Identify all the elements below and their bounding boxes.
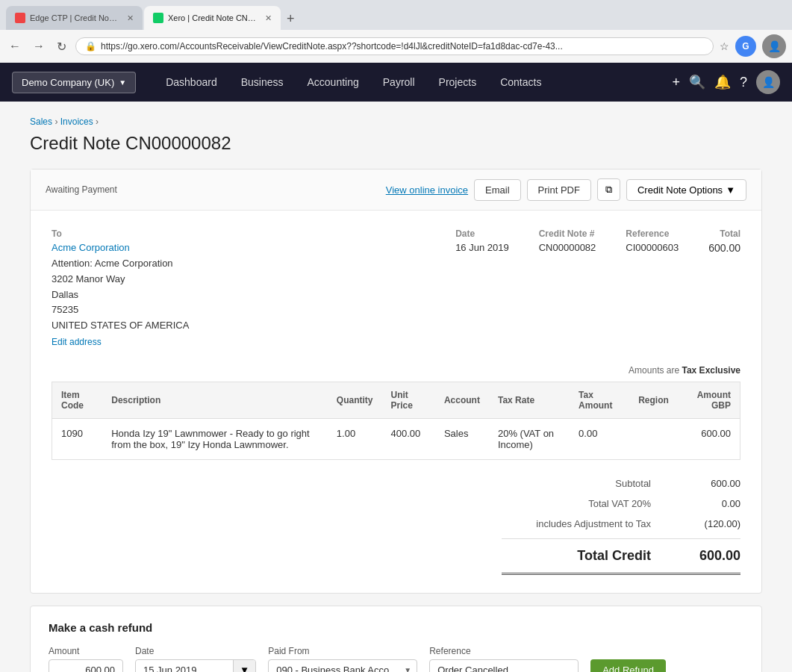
client-name-link[interactable]: Acme Corporation — [52, 242, 130, 253]
cell-amount: 600.00 — [678, 418, 740, 459]
address-bar[interactable]: 🔒 https://go.xero.com/AccountsReceivable… — [75, 37, 714, 55]
nav-links: Dashboard Business Accounting Payroll Pr… — [154, 63, 672, 102]
nav-accounting[interactable]: Accounting — [295, 63, 370, 102]
invoice-content: To Acme Corporation Attention: Acme Corp… — [31, 211, 761, 593]
breadcrumb-sep2: › — [96, 116, 99, 127]
reference-field-group: Reference — [429, 646, 579, 672]
tab-close-1[interactable]: ✕ — [127, 13, 134, 23]
email-button[interactable]: Email — [474, 179, 521, 201]
date-label: Date — [455, 228, 509, 239]
company-name: Demo Company (UK) — [22, 77, 114, 88]
search-button[interactable]: 🔍 — [689, 74, 705, 90]
total-vat-row: Total VAT 20% 0.00 — [52, 495, 740, 512]
col-tax-amount: Tax Amount — [570, 382, 629, 418]
totals-section: Subtotal 600.00 Total VAT 20% 0.00 inclu… — [52, 475, 740, 575]
user-profile-icon[interactable]: 👤 — [762, 34, 786, 58]
amount-label: Amount — [49, 646, 123, 656]
total-vat-value: 0.00 — [651, 495, 740, 512]
cell-region — [629, 418, 678, 459]
tab-title-2: Xero | Credit Note CN0000008 — [168, 13, 258, 22]
breadcrumb-invoices[interactable]: Invoices — [60, 116, 93, 127]
credit-note-card: Awaiting Payment View online invoice Ema… — [30, 169, 762, 594]
back-button[interactable]: ← — [6, 38, 24, 55]
col-amount-gbp: Amount GBP — [678, 382, 740, 418]
address-line5: UNITED STATES OF AMERICA — [52, 318, 189, 334]
subtotal-label: Subtotal — [502, 475, 651, 492]
status-badge: Awaiting Payment — [46, 184, 117, 195]
status-bar: Awaiting Payment View online invoice Ema… — [31, 169, 761, 211]
nav-projects[interactable]: Projects — [427, 63, 489, 102]
total-vat-label: Total VAT 20% — [502, 495, 651, 512]
google-account-icon: G — [735, 36, 756, 57]
subtotal-value: 600.00 — [651, 475, 740, 492]
edit-address-link[interactable]: Edit address — [52, 337, 189, 347]
cell-account: Sales — [435, 418, 489, 459]
credit-note-num-value: CN00000082 — [539, 242, 596, 253]
print-pdf-button[interactable]: Print PDF — [527, 179, 591, 201]
tax-type-text: Tax Exclusive — [682, 365, 741, 376]
notifications-button[interactable]: 🔔 — [714, 74, 731, 90]
refresh-button[interactable]: ↻ — [54, 38, 69, 55]
tab-xero[interactable]: Xero | Credit Note CN0000008 ✕ — [144, 6, 281, 30]
address-text: https://go.xero.com/AccountsReceivable/V… — [101, 41, 704, 52]
total-label: Total — [708, 228, 740, 239]
nav-dashboard[interactable]: Dashboard — [154, 63, 229, 102]
reference-section: Reference CI00000603 — [626, 228, 679, 253]
tab-edge-ctp[interactable]: Edge CTP | Credit Notes ✕ — [6, 6, 143, 30]
view-online-invoice-button[interactable]: View online invoice — [386, 184, 468, 196]
cash-refund-title: Make a cash refund — [49, 621, 743, 634]
col-quantity: Quantity — [328, 382, 382, 418]
user-avatar[interactable]: 👤 — [756, 70, 780, 94]
paid-from-wrapper: 090 - Business Bank Acco... ▼ — [268, 659, 417, 672]
tab-close-2[interactable]: ✕ — [265, 13, 272, 23]
breadcrumb-sales[interactable]: Sales — [30, 116, 52, 127]
address-line3: Dallas — [52, 287, 189, 303]
forward-button[interactable]: → — [30, 38, 48, 55]
reference-input[interactable] — [429, 659, 579, 672]
cash-refund-card: Make a cash refund Amount Date ▼ Paid Fr… — [30, 606, 762, 672]
add-refund-button[interactable]: Add Refund — [590, 659, 666, 672]
page-content: Sales › Invoices › Credit Note CN0000008… — [0, 102, 792, 672]
page-title: Credit Note CN00000082 — [30, 133, 762, 154]
paid-from-field-group: Paid From 090 - Business Bank Acco... ▼ — [268, 646, 417, 672]
date-picker-button[interactable]: ▼ — [233, 660, 255, 672]
bookmark-button[interactable]: ☆ — [720, 40, 729, 52]
options-chevron-icon: ▼ — [726, 184, 735, 196]
col-tax-rate: Tax Rate — [489, 382, 570, 418]
date-input[interactable] — [136, 660, 233, 672]
adjustment-row: includes Adjustment to Tax (120.00) — [52, 515, 740, 532]
paid-from-select[interactable]: 090 - Business Bank Acco... — [268, 659, 417, 672]
cell-tax-rate: 20% (VAT on Income) — [489, 418, 570, 459]
total-credit-row: Total Credit 600.00 — [52, 545, 740, 567]
nav-business[interactable]: Business — [229, 63, 296, 102]
tax-note: Amounts are Tax Exclusive — [52, 365, 740, 376]
add-button[interactable]: + — [672, 75, 680, 90]
total-section: Total 600.00 — [708, 228, 740, 254]
lock-icon: 🔒 — [85, 41, 96, 52]
amount-input[interactable] — [49, 659, 123, 672]
new-tab-button[interactable]: + — [282, 11, 299, 27]
address-block: Attention: Acme Corporation 3202 Manor W… — [52, 256, 189, 334]
paid-from-label: Paid From — [268, 646, 417, 656]
nav-contacts[interactable]: Contacts — [488, 63, 553, 102]
cell-description: Honda Izy 19" Lawnmower - Ready to go ri… — [102, 418, 328, 459]
company-selector[interactable]: Demo Company (UK) ▼ — [12, 72, 136, 93]
to-label: To — [52, 228, 189, 239]
total-value: 600.00 — [708, 242, 740, 254]
line-items-table: Item Code Description Quantity Unit Pric… — [52, 382, 740, 460]
adjustment-value: (120.00) — [651, 515, 740, 532]
copy-button[interactable]: ⧉ — [597, 178, 620, 201]
credit-note-options-button[interactable]: Credit Note Options ▼ — [626, 179, 746, 201]
date-value: 16 Jun 2019 — [455, 242, 509, 253]
cell-quantity: 1.00 — [328, 418, 382, 459]
totals-divider — [502, 538, 740, 539]
col-unit-price: Unit Price — [382, 382, 435, 418]
help-button[interactable]: ? — [740, 75, 747, 90]
nav-payroll[interactable]: Payroll — [371, 63, 427, 102]
amount-field-group: Amount — [49, 646, 123, 672]
date-label: Date — [135, 646, 256, 656]
col-region: Region — [629, 382, 678, 418]
tax-note-text: Amounts are — [629, 365, 679, 376]
total-credit-value: 600.00 — [651, 545, 740, 567]
total-credit-label: Total Credit — [502, 545, 651, 567]
